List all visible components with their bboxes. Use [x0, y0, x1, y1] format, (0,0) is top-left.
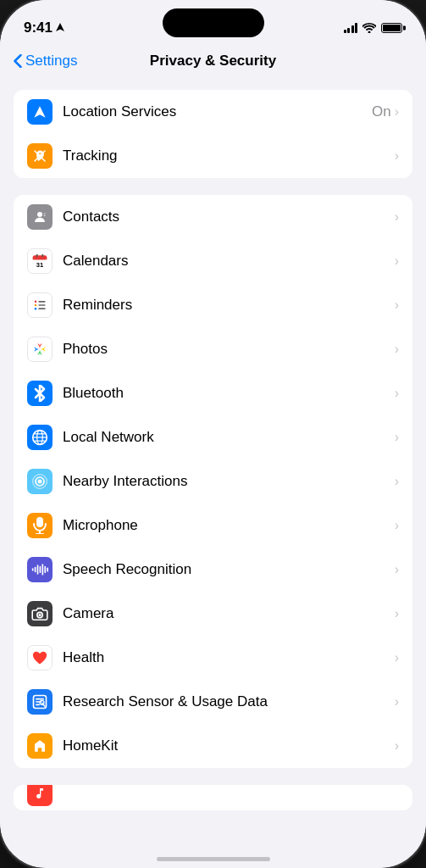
list-item[interactable]: Microphone ›: [14, 504, 412, 548]
svg-rect-30: [40, 566, 41, 573]
list-item[interactable]: HomeKit ›: [14, 724, 412, 768]
tracking-icon: [27, 143, 53, 169]
microphone-label: Microphone: [63, 517, 395, 534]
list-item[interactable]: Local Network ›: [14, 415, 412, 459]
music-icon: [33, 787, 47, 800]
svg-point-12: [35, 304, 37, 307]
svg-rect-24: [36, 517, 43, 527]
scroll-content[interactable]: Location Services On › Tracking ›: [0, 76, 426, 851]
list-item[interactable]: Health ›: [14, 636, 412, 680]
list-item[interactable]: Research Sensor & Usage Data ›: [14, 680, 412, 724]
tracking-symbol-icon: [32, 148, 47, 164]
svg-rect-11: [38, 301, 45, 303]
location-arrow-icon: [33, 105, 47, 119]
list-item[interactable]: 31 Calendars ›: [14, 239, 412, 283]
calendars-icon: 31: [27, 248, 53, 274]
local-network-label: Local Network: [63, 429, 395, 446]
nearby-symbol-icon: [31, 473, 48, 490]
chevron-icon: ›: [395, 474, 399, 489]
signal-bar-4: [355, 23, 357, 33]
list-item[interactable]: Reminders ›: [14, 283, 412, 327]
svg-rect-9: [42, 254, 44, 257]
svg-rect-2: [44, 214, 46, 214]
list-item[interactable]: Location Services On ›: [14, 90, 412, 134]
list-item[interactable]: Speech Recognition ›: [14, 548, 412, 592]
list-item[interactable]: [14, 785, 412, 810]
svg-rect-32: [44, 566, 46, 573]
bluetooth-label: Bluetooth: [63, 385, 395, 402]
section-data-access: Contacts › 31 C: [14, 195, 412, 768]
microphone-icon: [27, 513, 53, 538]
speech-recognition-icon: [27, 557, 53, 582]
heart-icon: [31, 650, 48, 665]
chevron-icon: ›: [395, 430, 399, 445]
chevron-icon: ›: [395, 562, 399, 577]
calendars-label: Calendars: [63, 253, 395, 270]
chevron-icon: ›: [395, 148, 399, 164]
list-item[interactable]: Photos ›: [14, 327, 412, 371]
health-icon: [27, 645, 53, 670]
top-spacer: [0, 76, 426, 90]
page-title: Privacy & Security: [150, 53, 276, 70]
location-arrow-icon: [56, 23, 64, 33]
speech-recognition-label: Speech Recognition: [63, 561, 395, 578]
chevron-icon: ›: [395, 518, 399, 533]
tracking-label: Tracking: [63, 147, 395, 164]
svg-point-1: [37, 212, 42, 217]
chevron-icon: ›: [395, 738, 399, 754]
contacts-label: Contacts: [63, 209, 395, 225]
svg-rect-27: [32, 568, 34, 570]
battery-fill: [383, 25, 401, 31]
bluetooth-icon: [27, 381, 53, 406]
research-symbol-icon: [31, 693, 48, 710]
status-icons: [344, 23, 403, 33]
signal-bar-2: [347, 28, 350, 33]
wifi-icon: [362, 23, 376, 33]
globe-icon: [31, 429, 48, 446]
back-chevron-icon: [14, 54, 22, 68]
battery-icon: [381, 23, 402, 33]
svg-rect-31: [42, 564, 44, 575]
contacts-icon: [27, 204, 53, 230]
nearby-interactions-label: Nearby Interactions: [63, 473, 395, 490]
svg-rect-8: [36, 254, 38, 257]
back-label: Settings: [25, 53, 77, 70]
chevron-icon: ›: [395, 606, 399, 621]
time-display: 9:41: [24, 19, 53, 36]
status-time: 9:41: [24, 19, 64, 36]
back-button[interactable]: Settings: [14, 53, 77, 70]
list-item[interactable]: Contacts ›: [14, 195, 412, 239]
section-location-tracking: Location Services On › Tracking ›: [14, 90, 412, 178]
location-services-value: On: [372, 103, 391, 120]
svg-text:31: 31: [36, 261, 43, 269]
list-item[interactable]: Tracking ›: [14, 134, 412, 178]
media-icon: [27, 785, 53, 806]
home-bar: [157, 857, 270, 861]
photos-icon: [27, 337, 53, 362]
home-icon: [32, 738, 47, 754]
signal-bar-1: [344, 30, 346, 33]
navigation-bar: Settings Privacy & Security: [0, 46, 426, 76]
local-network-icon: [27, 425, 53, 450]
chevron-icon: ›: [395, 342, 399, 357]
reminders-symbol-icon: [31, 297, 48, 314]
chevron-icon: ›: [395, 209, 399, 225]
research-sensor-icon: [27, 689, 53, 715]
svg-rect-29: [37, 565, 39, 575]
svg-rect-28: [35, 567, 36, 573]
chevron-icon: ›: [395, 253, 399, 269]
list-item[interactable]: Camera ›: [14, 592, 412, 636]
list-item[interactable]: Nearby Interactions ›: [14, 459, 412, 504]
chevron-icon: ›: [395, 694, 399, 709]
phone-frame: 9:41: [0, 0, 426, 868]
nearby-interactions-icon: [27, 469, 53, 494]
svg-rect-15: [38, 308, 45, 309]
research-sensor-label: Research Sensor & Usage Data: [63, 693, 395, 710]
person-icon: [32, 209, 47, 225]
svg-rect-6: [33, 258, 47, 260]
reminders-icon: [27, 292, 53, 318]
location-services-icon: [27, 99, 53, 125]
svg-rect-33: [47, 568, 48, 572]
list-item[interactable]: Bluetooth ›: [14, 371, 412, 415]
svg-rect-3: [44, 215, 46, 216]
